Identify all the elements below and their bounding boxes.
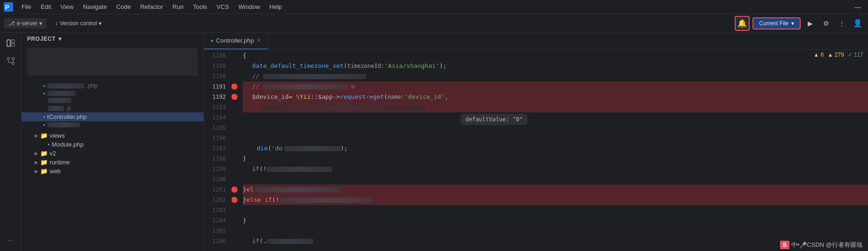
breakpoint-1192[interactable]: 🔴	[230, 92, 239, 102]
notifications-button[interactable]: 🔔	[735, 16, 750, 31]
func-name: date_default_timezone_set	[252, 61, 344, 71]
user-profile-button[interactable]: 👤	[851, 17, 864, 30]
branch-selector[interactable]: ⎇ e-server ▾	[4, 18, 47, 29]
brace-close2: }	[243, 215, 246, 226]
die-close: );	[340, 143, 348, 154]
tcontroller-label: tController.php	[47, 113, 87, 120]
main-layout: ··· Project ▾ ● .php ●	[0, 33, 868, 251]
menu-window[interactable]: Window	[235, 2, 264, 11]
code-line-1197: die ( 'do );	[243, 143, 868, 154]
fn-get: get	[373, 92, 383, 102]
csdn-mic: 🎤	[799, 242, 807, 249]
settings-button[interactable]: ⚙	[819, 17, 832, 30]
run-config-selector[interactable]: Current File ▾	[752, 17, 801, 30]
menu-file[interactable]: File	[18, 2, 35, 11]
breakpoint-1191[interactable]: 🔴	[230, 81, 239, 92]
gutter-1198	[230, 154, 239, 164]
activity-project-icon[interactable]	[2, 35, 19, 52]
minimize-button[interactable]: —	[851, 0, 864, 14]
breakpoint-1202[interactable]: 🔴	[230, 195, 239, 205]
fn-die: die	[257, 143, 268, 154]
sidebar-item-tcontroller[interactable]: ● tController.php	[22, 112, 203, 121]
svg-point-5	[7, 58, 9, 60]
sidebar-item-site[interactable]: .p	[22, 104, 203, 112]
line-1203: 1203	[208, 205, 226, 215]
breakpoint-1201[interactable]: 🔴	[230, 185, 239, 195]
gutter-1203	[230, 205, 239, 215]
line-1188: 1188	[208, 51, 226, 61]
sidebar-item-ope[interactable]: ● .php	[22, 81, 203, 90]
blurred-comment2	[263, 84, 347, 89]
line-1197: 1197	[208, 143, 226, 154]
run-button[interactable]: ▶	[803, 17, 817, 30]
line-1200: 1200	[208, 174, 226, 185]
menu-vcs[interactable]: VCS	[213, 2, 233, 11]
sidebar-item-views[interactable]: ▶ 📁 views	[22, 131, 203, 140]
comment-slash: //	[252, 71, 260, 81]
code-line-1195	[243, 123, 868, 133]
menu-edit[interactable]: Edit	[37, 2, 55, 11]
version-control-dropdown-arrow: ▾	[99, 20, 101, 27]
menu-run[interactable]: Run	[169, 2, 188, 11]
sidebar-item-web[interactable]: ▶ 📁 web	[22, 167, 203, 176]
folder-icon: 📁	[40, 132, 48, 139]
sidebar-title: Project	[27, 36, 56, 42]
brace-else: }	[243, 185, 246, 195]
git-branch-icon: ⎇	[8, 20, 15, 27]
sidebar-item-module[interactable]: ● Module.php	[22, 140, 203, 149]
sidebar-item-thirdpart[interactable]: ●	[22, 121, 203, 128]
sidebar-item-controller[interactable]: ●	[22, 90, 203, 97]
class-yii: Yii	[300, 92, 311, 102]
svg-rect-4	[11, 44, 14, 46]
sidebar-item-v2[interactable]: ▶ 📁 v2	[22, 149, 203, 158]
line-1204: 1204	[208, 215, 226, 226]
line-1194: 1194	[208, 112, 226, 123]
tree-expand-arrow4: ▶	[33, 169, 40, 174]
menu-help[interactable]: Help	[266, 2, 286, 11]
activity-git-icon[interactable]	[2, 52, 19, 69]
arrow2: ->	[366, 92, 373, 102]
blurred-thirdpart	[47, 122, 80, 127]
csdn-watermark: CSDN @行者有疆哉	[807, 241, 862, 249]
file-extension-ope: .php	[87, 82, 97, 89]
tab-close-button[interactable]: ✕	[257, 37, 261, 44]
line-1198: 1198	[208, 154, 226, 164]
activity-more-icon[interactable]: ···	[2, 232, 19, 249]
version-control-btn[interactable]: ↕ Version control ▾	[51, 18, 106, 29]
gear-icon: ⚙	[823, 20, 829, 27]
more-button[interactable]: ⋮	[835, 17, 848, 30]
comma: ,	[445, 92, 448, 102]
gutter-1189	[230, 61, 239, 71]
gutter-1197	[230, 143, 239, 154]
kw-if: if	[252, 164, 260, 174]
current-file-label: Current File	[759, 20, 788, 27]
var-device-id: $device_id	[252, 92, 289, 102]
blurred-sitefile	[48, 106, 64, 111]
code-line-1188: {	[243, 51, 868, 61]
tab-controller[interactable]: ● Controller.php ✕	[204, 33, 268, 50]
static-op: ::	[311, 92, 318, 102]
hint-text: defaultValue: "0"	[465, 116, 523, 123]
code-line-1191: // ⚙	[243, 81, 868, 92]
menu-tools[interactable]: Tools	[189, 2, 211, 11]
line-1193: 1193	[208, 102, 226, 112]
code-line-1203	[243, 205, 868, 215]
string-device-id: 'device_id'	[405, 92, 445, 102]
line-1192: 1192	[208, 92, 226, 102]
tree-expand-arrow3: ▶	[33, 160, 40, 165]
sidebar-item-re[interactable]	[22, 97, 203, 104]
folder-icon2: 📁	[40, 150, 48, 157]
menu-navigate[interactable]: Navigate	[79, 2, 110, 11]
sidebar-item-runtime[interactable]: ▶ 📁 runtime	[22, 158, 203, 167]
menu-view[interactable]: View	[57, 2, 77, 11]
if-paren2: (.	[260, 236, 267, 246]
code-line-1201: } el	[243, 185, 868, 195]
module-label: Module.php	[52, 141, 84, 148]
menu-code[interactable]: Code	[113, 2, 135, 11]
tree-expand-arrow: ▶	[33, 133, 40, 138]
menu-refactor[interactable]: Refactor	[137, 2, 167, 11]
sidebar-dropdown-icon: ▾	[58, 36, 62, 42]
blurred-1201	[255, 187, 340, 192]
file-dot-blue3: ●	[43, 115, 45, 119]
more-icon: ⋮	[839, 20, 845, 27]
